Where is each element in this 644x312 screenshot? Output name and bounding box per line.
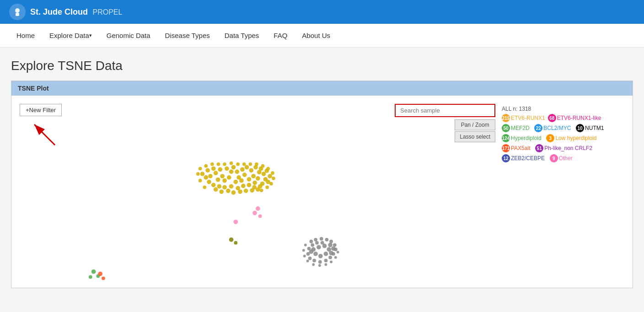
svg-point-71 [266,167,270,171]
olive-dot-2 [234,241,237,245]
nav-data-types[interactable]: Data Types [217,24,267,48]
svg-point-90 [311,243,314,247]
pink-dot-2 [233,220,238,224]
nav-about-us[interactable]: About Us [295,24,338,48]
main-nav: Home Explore Data Genomic Data Disease T… [0,24,644,48]
legend-name-bcl2myc: BCL2/MYC [543,125,571,131]
tsne-panel-header: TSNE Plot [11,81,633,96]
svg-point-63 [217,162,220,166]
legend-item-mef2d[interactable]: 50 MEF2D 22 BCL2/MYC 10 NUTM1 [502,124,631,132]
svg-point-0 [15,8,20,13]
svg-point-23 [245,165,249,170]
yellow-cluster [196,161,275,195]
svg-point-39 [204,175,208,180]
logo[interactable]: St. Jude Cloud PROPEL [9,4,122,20]
svg-point-50 [219,189,224,194]
legend-name-other: Other [559,155,573,161]
svg-point-89 [315,241,319,245]
legend-item-hyperdiploid[interactable]: 124 Hyperdiploid 3 Low hyperdiploid [502,134,631,142]
svg-point-91 [307,247,311,250]
svg-point-115 [337,251,339,253]
pink-dot-3 [252,211,257,215]
svg-point-94 [312,259,316,263]
svg-point-72 [271,171,274,175]
svg-point-5 [205,168,210,173]
svg-rect-1 [16,13,19,16]
svg-point-92 [306,252,310,256]
svg-point-74 [269,182,273,186]
svg-point-70 [261,164,265,168]
legend-name-nutm1: NUTM1 [585,125,604,131]
svg-point-81 [324,252,328,256]
svg-point-106 [304,244,307,247]
svg-point-15 [225,167,229,171]
logo-icon [9,4,26,20]
svg-point-65 [230,161,233,165]
svg-point-66 [236,162,240,166]
map-controls: Pan / Zoom Lasso select [455,119,495,142]
new-filter-button[interactable]: +New Filter [20,104,62,116]
legend-item-etv6runx1like[interactable]: 68 ETV6-RUNX1-like [548,114,601,122]
legend-item-zeb2[interactable]: 12 ZEB2/CEBPE 9 Other [502,154,631,162]
svg-point-21 [242,172,247,177]
legend-name-etv6runx1like: ETV6-RUNX1-like [557,115,601,121]
svg-point-6 [211,167,216,171]
red-dot-2 [102,276,105,280]
nav-genomic-data[interactable]: Genomic Data [99,24,158,48]
legend-panel: ALL n: 1318 215 ETV6-RUNX1 68 ETV6-RUNX1… [500,104,633,164]
legend-count-pax5alt: 171 [502,144,510,152]
svg-point-60 [199,167,202,171]
svg-point-82 [318,254,323,258]
svg-point-95 [318,260,322,264]
svg-point-41 [217,184,222,188]
lasso-select-button[interactable]: Lasso select [455,131,495,142]
svg-point-83 [313,252,318,256]
legend-count-etv6runx1: 215 [502,114,510,122]
svg-point-67 [242,162,246,166]
svg-point-12 [222,178,227,183]
nav-explore-data[interactable]: Explore Data [42,24,99,48]
svg-point-7 [208,174,213,178]
legend-item-etv6runx1[interactable]: 215 ETV6-RUNX1 [502,114,545,122]
svg-point-13 [227,175,231,180]
svg-point-45 [241,184,246,188]
svg-point-97 [328,256,332,259]
legend-name-pax5alt: PAX5alt [511,145,530,151]
svg-point-109 [306,260,309,263]
svg-point-100 [333,243,337,247]
svg-point-110 [312,263,315,266]
nav-faq[interactable]: FAQ [266,24,295,48]
svg-point-46 [247,183,252,188]
svg-point-75 [265,185,269,189]
legend-items: 215 ETV6-RUNX1 68 ETV6-RUNX1-like 50 MEF… [502,114,631,162]
svg-point-49 [214,187,218,192]
svg-point-64 [223,162,226,166]
legend-item-pax5alt[interactable]: 171 PAX5alt 51 Ph-like_non CRLF2 [502,144,631,152]
nav-disease-types[interactable]: Disease Types [158,24,217,48]
svg-point-14 [229,169,234,174]
svg-point-58 [199,179,202,183]
pan-zoom-button[interactable]: Pan / Zoom [455,119,495,130]
svg-point-26 [247,177,252,182]
legend-all-count: ALL n: 1318 [502,106,631,112]
svg-point-76 [260,188,263,192]
legend-count-mef2d: 50 [502,124,510,132]
legend-name-zeb2: ZEB2/CEBPE [511,155,545,161]
legend-name-etv6runx1: ETV6-RUNX1 [511,115,545,121]
svg-point-99 [334,247,338,251]
svg-point-24 [249,168,253,173]
legend-count-lowhyper: 3 [546,134,554,142]
nav-home[interactable]: Home [9,24,42,48]
gray-cluster [302,237,339,267]
svg-point-108 [303,255,306,258]
tsne-panel-body: +New Filter Pan / Zoom Lasso select [11,96,633,288]
svg-point-28 [256,176,260,181]
legend-count-zeb2: 12 [502,154,510,162]
search-sample-input[interactable] [395,104,495,117]
legend-count-other: 9 [550,154,558,162]
svg-point-68 [248,162,252,166]
svg-point-38 [207,180,211,184]
svg-point-17 [235,169,239,174]
svg-point-22 [240,167,245,172]
svg-point-52 [231,190,236,195]
